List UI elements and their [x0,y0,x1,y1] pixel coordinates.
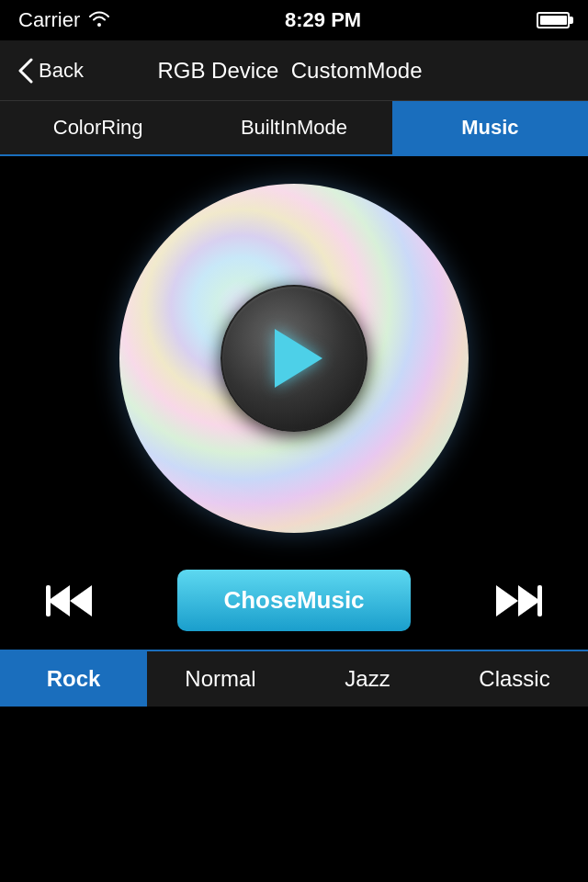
genre-classic[interactable]: Classic [441,651,588,707]
tab-music[interactable]: Music [392,101,588,154]
status-bar: Carrier 8:29 PM [0,0,588,40]
genre-jazz[interactable]: Jazz [294,651,441,707]
chose-music-button[interactable]: ChoseMusic [177,570,410,631]
svg-marker-0 [48,585,70,616]
skip-forward-button[interactable] [494,582,542,620]
skip-back-button[interactable] [46,582,94,620]
carrier-label: Carrier [18,8,80,32]
svg-marker-1 [70,585,92,616]
back-button[interactable]: Back [18,58,84,84]
status-right [537,12,570,28]
svg-marker-3 [518,585,540,616]
wifi-icon [89,8,109,32]
battery-icon [537,12,570,28]
controls-row: ChoseMusic [0,551,588,650]
disc-container [119,184,469,533]
main-content [0,156,588,551]
svg-rect-2 [46,585,51,616]
genre-rock[interactable]: Rock [0,651,147,707]
svg-marker-4 [496,585,518,616]
tab-builtinmode[interactable]: BuiltInMode [196,101,391,154]
play-icon [275,329,322,388]
genre-normal-top[interactable]: Normal [147,651,294,707]
nav-bar: Back RGB Device CustomMode [0,40,588,101]
back-label: Back [39,59,84,83]
play-button[interactable] [220,285,368,432]
genre-top-row: Rock Normal Jazz Classic [0,651,588,707]
nav-device-name: RGB Device [157,58,278,83]
svg-rect-5 [537,585,542,616]
status-time: 8:29 PM [285,8,361,32]
status-left: Carrier [18,8,109,32]
nav-mode-name: CustomMode [291,58,423,83]
nav-title: RGB Device CustomMode [157,58,422,84]
tab-bar: ColorRing BuiltInMode Music [0,101,588,156]
genre-bar: Rock Normal Jazz Classic [0,650,588,707]
tab-colorring[interactable]: ColorRing [0,101,196,154]
